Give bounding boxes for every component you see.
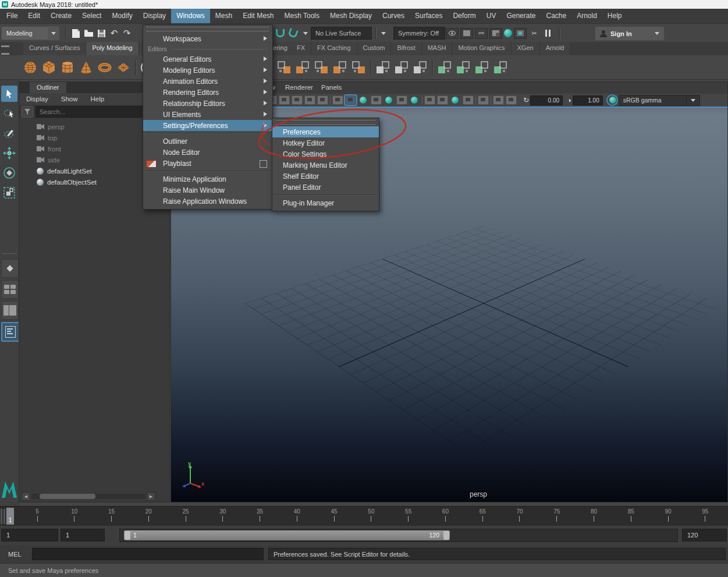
shaded-icon[interactable] — [345, 95, 356, 105]
shelf-collapse-handle[interactable] — [1, 45, 9, 55]
range-end-handle[interactable] — [443, 531, 449, 540]
boolean-union-icon[interactable] — [435, 58, 454, 77]
field-chart-icon[interactable] — [292, 95, 303, 105]
poly-plane-icon[interactable] — [114, 58, 133, 77]
playback-end-field[interactable]: 120 — [682, 529, 727, 541]
scroll-right-arrow[interactable]: ▶ — [147, 492, 155, 501]
two-pane-layout-button[interactable] — [1, 301, 19, 320]
range-start-handle[interactable] — [125, 531, 130, 540]
menu-bar-item[interactable]: Display — [138, 9, 171, 23]
offset-edge-loop-icon[interactable] — [411, 58, 429, 77]
hypershade-icon[interactable] — [504, 29, 512, 37]
use-default-material-icon[interactable] — [371, 95, 382, 105]
shelf-tab[interactable]: XGen — [512, 42, 540, 55]
menu-bar-item[interactable]: Help — [602, 9, 627, 23]
menu-bar-item[interactable]: Edit — [23, 9, 45, 23]
panel-menu-panels[interactable]: Panels — [321, 84, 342, 91]
submenu-item-color-settings[interactable]: Color Settings — [272, 148, 379, 160]
scene-render-icon[interactable] — [506, 95, 517, 105]
gamma-field[interactable]: 1.00 — [573, 95, 603, 105]
mel-command-input[interactable] — [32, 548, 264, 560]
menu-bar-item[interactable]: Mesh — [210, 9, 237, 23]
color-management-icon[interactable] — [608, 95, 617, 105]
gamma-icon[interactable]: ◑ — [567, 97, 571, 104]
shelf-tab[interactable]: MASH — [422, 42, 453, 55]
multisample-aa-icon[interactable] — [450, 95, 461, 105]
menu-bar-item[interactable]: Mesh Tools — [279, 9, 325, 23]
lasso-tool-icon[interactable] — [1, 105, 17, 122]
multi-cut-icon[interactable] — [374, 58, 392, 77]
shelf-tab[interactable]: Motion Graphics — [452, 42, 511, 55]
separator[interactable] — [475, 96, 476, 105]
snap-to-curves-icon[interactable] — [286, 27, 299, 40]
shelf-tab[interactable]: Arnold — [540, 42, 571, 55]
save-scene-icon[interactable] — [95, 27, 108, 40]
filter-icon[interactable] — [22, 106, 33, 118]
menu-bar-item[interactable]: UV — [481, 9, 502, 23]
paint-select-tool-icon[interactable] — [1, 125, 17, 141]
separator[interactable] — [429, 58, 435, 77]
extrude-icon[interactable] — [275, 58, 293, 77]
undo-icon[interactable]: ↶ — [108, 27, 120, 40]
poly-torus-icon[interactable] — [95, 58, 114, 77]
multi-component-icon[interactable] — [293, 58, 312, 77]
safe-action-icon[interactable] — [304, 95, 315, 105]
status-separator[interactable] — [65, 27, 67, 39]
light-editor-icon[interactable] — [514, 28, 527, 39]
snap-dropdown-arrow[interactable] — [299, 27, 312, 40]
menu-item-relationship-editors[interactable]: Relationship Editors — [143, 98, 272, 109]
menu-item-settings-preferences[interactable]: Settings/Preferences — [143, 120, 272, 131]
menu-bar-item[interactable]: Curves — [377, 9, 410, 23]
menu-item-modeling-editors[interactable]: Modeling Editors — [143, 65, 272, 76]
four-pane-layout-button[interactable] — [1, 280, 19, 299]
render-settings-icon[interactable] — [489, 28, 502, 39]
menu-item-raise-application-windows[interactable]: Raise Application Windows — [143, 196, 272, 207]
menu-bar-item[interactable]: Deform — [448, 9, 481, 23]
separator[interactable] — [330, 96, 331, 105]
exposure-icon[interactable]: ↻ — [523, 96, 529, 104]
menu-item-minimize-application[interactable]: Minimize Application — [143, 174, 272, 185]
spherize-icon[interactable] — [349, 58, 368, 77]
scroll-left-arrow[interactable]: ◀ — [22, 492, 30, 501]
poly-cone-icon[interactable] — [77, 58, 95, 77]
menu-bar-item[interactable]: Surfaces — [410, 9, 448, 23]
separator[interactable] — [422, 96, 422, 105]
boolean-difference-icon[interactable] — [454, 58, 473, 77]
gate-mask-icon[interactable] — [279, 95, 290, 105]
shelf-tab[interactable]: Bifrost — [391, 42, 421, 55]
isolate-select-icon[interactable] — [478, 95, 489, 105]
separator[interactable] — [491, 96, 491, 105]
symmetry-dropdown-arrow[interactable] — [379, 27, 388, 40]
boolean-slice-icon[interactable] — [491, 58, 510, 77]
insert-edge-loop-icon[interactable] — [392, 58, 411, 77]
shelf-tab[interactable]: FX Caching — [311, 42, 357, 55]
menu-bar-item[interactable]: Cache — [541, 9, 571, 23]
shadows-icon[interactable] — [409, 95, 420, 105]
menu-item-general-editors[interactable]: General Editors — [143, 54, 272, 65]
status-separator[interactable] — [375, 27, 377, 39]
boolean-intersection-icon[interactable] — [473, 58, 491, 77]
select-tool-icon[interactable] — [1, 86, 17, 102]
scrollbar-thumb[interactable] — [40, 494, 95, 499]
command-result-field[interactable]: Preferences saved. See Script Editor for… — [268, 548, 726, 560]
animation-start-field[interactable]: 1 — [1, 529, 58, 541]
render-current-frame-icon[interactable] — [460, 28, 473, 39]
range-slider-range[interactable]: 1 120 — [124, 530, 450, 540]
depth-of-field-icon[interactable] — [463, 95, 474, 105]
color-transform-dropdown-arrow[interactable] — [687, 95, 700, 106]
color-transform-dropdown[interactable]: sRGB gamma — [619, 95, 687, 106]
panel-menu-renderer[interactable]: Renderer — [285, 84, 313, 91]
menu-item-outliner[interactable]: Outliner — [143, 136, 272, 147]
snapshot-icon[interactable] — [493, 95, 504, 105]
menu-bar-item[interactable]: Arnold — [571, 9, 602, 23]
outliner-persp-layout-button[interactable] — [1, 322, 20, 342]
single-pane-layout-button[interactable] — [1, 259, 19, 278]
menu-item-node-editor[interactable]: Node Editor — [143, 147, 272, 158]
wireframe-icon[interactable] — [332, 95, 343, 105]
mel-label[interactable]: MEL — [8, 551, 22, 558]
submenu-item-marking-menu-editor[interactable]: Marking Menu Editor — [272, 160, 379, 171]
option-box-icon[interactable] — [260, 160, 267, 168]
lighting-icon[interactable] — [396, 95, 407, 105]
submenu-item-panel-editor[interactable]: Panel Editor — [272, 182, 379, 193]
new-scene-icon[interactable] — [69, 27, 82, 40]
